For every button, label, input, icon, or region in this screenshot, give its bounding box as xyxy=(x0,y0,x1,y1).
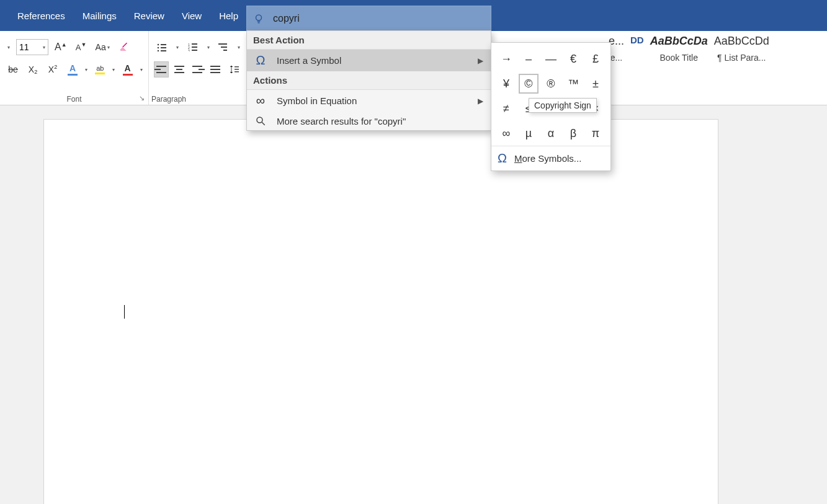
dd-header-actions: Actions xyxy=(247,71,491,90)
dd-label: Insert a Symbol xyxy=(277,55,341,66)
font-name-dropdown-arrow[interactable]: ▾ xyxy=(5,45,12,50)
text-effects-arrow[interactable]: ▾ xyxy=(84,67,88,73)
dd-header-best-action: Best Action xyxy=(247,31,491,50)
numbering-button[interactable]: 123 xyxy=(185,38,201,56)
symbol-tooltip: Copyright Sign xyxy=(529,98,597,113)
align-right-button[interactable] xyxy=(190,61,205,77)
change-case-button[interactable]: Aa ▾ xyxy=(93,38,112,56)
svg-rect-17 xyxy=(235,69,239,70)
style-sample: DD xyxy=(630,35,644,45)
more-symbols-item[interactable]: Ω More Symbols... xyxy=(491,146,610,170)
submenu-arrow-icon: ▶ xyxy=(478,97,483,105)
svg-point-1 xyxy=(158,44,159,46)
tab-references[interactable]: References xyxy=(9,0,74,31)
style-sample: AaBbCcDd xyxy=(714,35,769,48)
paragraph-group: ▾ 123 ▾ ▾ Paragraph xyxy=(149,31,248,105)
font-color-button[interactable]: A xyxy=(120,61,136,78)
svg-rect-18 xyxy=(235,71,239,73)
numbering-arrow[interactable]: ▾ xyxy=(205,45,212,50)
svg-rect-10 xyxy=(192,46,197,48)
symbol-alpha[interactable]: α xyxy=(541,123,561,143)
symbol-micro[interactable]: µ xyxy=(519,123,539,143)
svg-point-0 xyxy=(256,15,262,20)
font-size-value: 11 xyxy=(19,42,29,52)
symbol-trademark[interactable]: ™ xyxy=(563,74,583,94)
omega-icon: Ω xyxy=(253,53,268,68)
text-caret xyxy=(124,305,125,319)
omega-icon: Ω xyxy=(498,151,507,166)
tab-review[interactable]: Review xyxy=(125,0,173,31)
symbol-registered[interactable]: ® xyxy=(541,74,561,94)
tab-view[interactable]: View xyxy=(173,0,210,31)
svg-text:3: 3 xyxy=(188,49,190,51)
svg-rect-15 xyxy=(223,50,227,51)
bullets-button[interactable] xyxy=(154,38,170,56)
font-size-combo[interactable]: 11 ▾ xyxy=(16,39,48,55)
symbol-not-equal[interactable]: ≠ xyxy=(496,99,516,118)
style-name: Book Title xyxy=(650,53,708,63)
superscript-button[interactable]: X2 xyxy=(45,61,61,78)
tab-help[interactable]: Help xyxy=(210,0,247,31)
symbol-euro[interactable]: € xyxy=(563,49,583,69)
line-spacing-button[interactable] xyxy=(226,61,243,78)
tell-me-dropdown: Best Action Ω Insert a Symbol ▶ Actions … xyxy=(246,30,491,131)
svg-rect-14 xyxy=(221,46,227,48)
symbol-plus-minus[interactable]: ± xyxy=(586,74,606,94)
symbol-pound[interactable]: £ xyxy=(586,49,606,69)
highlight-arrow[interactable]: ▾ xyxy=(112,67,115,73)
style-item-listpara[interactable]: AaBbCcDd ¶ List Para... xyxy=(714,35,769,63)
tab-mailings[interactable]: Mailings xyxy=(74,0,125,31)
align-center-button[interactable] xyxy=(172,61,187,77)
document-canvas[interactable] xyxy=(0,105,827,504)
svg-line-20 xyxy=(262,122,265,125)
styles-gallery: e... e... DD AaBbCcDa Book Title AaBbCcD… xyxy=(604,31,827,105)
strikethrough-button[interactable]: be xyxy=(5,61,21,78)
align-left-button[interactable] xyxy=(154,61,169,77)
style-name: ¶ List Para... xyxy=(714,53,769,63)
symbol-yen[interactable]: ¥ xyxy=(496,74,516,94)
svg-rect-13 xyxy=(218,43,227,45)
chevron-down-icon: ▾ xyxy=(43,45,45,50)
font-group: ▾ 11 ▾ A▲ A▼ Aa ▾ be X2 X2 A ▾ ab ▾ A xyxy=(0,31,149,105)
dd-symbol-in-equation[interactable]: ∞ Symbol in Equation ▶ xyxy=(247,90,491,112)
svg-point-5 xyxy=(158,50,159,51)
paragraph-group-label: Paragraph xyxy=(149,95,248,104)
symbol-copyright[interactable]: © xyxy=(519,74,539,94)
dd-label: Symbol in Equation xyxy=(277,95,357,106)
more-symbols-label: More Symbols... xyxy=(514,153,581,164)
svg-rect-12 xyxy=(192,50,197,51)
bullets-arrow[interactable]: ▾ xyxy=(174,45,181,50)
symbol-arrow-right[interactable]: → xyxy=(496,49,516,69)
dd-more-search[interactable]: More search results for "copyri" xyxy=(247,112,491,130)
svg-rect-2 xyxy=(161,44,166,45)
symbol-beta[interactable]: β xyxy=(563,123,583,143)
infinity-icon: ∞ xyxy=(253,94,268,108)
style-sample: AaBbCcDa xyxy=(650,35,708,48)
multilevel-list-button[interactable] xyxy=(215,38,231,56)
dd-label: More search results for "copyri" xyxy=(277,116,406,126)
style-item-intense[interactable]: DD xyxy=(630,35,644,45)
font-color-arrow[interactable]: ▾ xyxy=(140,67,143,73)
justify-button[interactable] xyxy=(208,61,223,77)
tell-me-input[interactable] xyxy=(273,13,486,24)
subscript-button[interactable]: X2 xyxy=(25,61,41,78)
shrink-font-button[interactable]: A▼ xyxy=(73,38,89,56)
style-item-booktitle[interactable]: AaBbCcDa Book Title xyxy=(650,35,708,63)
grow-font-button[interactable]: A▲ xyxy=(52,38,69,56)
highlight-button[interactable]: ab xyxy=(92,61,108,78)
text-effects-button[interactable]: A xyxy=(65,61,81,78)
search-icon xyxy=(253,115,268,126)
tell-me-search[interactable] xyxy=(246,6,491,30)
symbol-pi[interactable]: π xyxy=(586,123,606,143)
symbol-en-dash[interactable]: – xyxy=(519,49,539,69)
dd-insert-symbol[interactable]: Ω Insert a Symbol ▶ xyxy=(247,50,491,71)
symbol-em-dash[interactable]: — xyxy=(541,49,561,69)
svg-rect-6 xyxy=(161,50,166,51)
font-group-launcher[interactable]: ↘ xyxy=(137,94,146,102)
multilevel-arrow[interactable]: ▾ xyxy=(235,45,243,50)
clear-formatting-button[interactable] xyxy=(116,38,132,56)
symbol-infinity[interactable]: ∞ xyxy=(496,123,516,143)
menu-tab-bar: References Mailings Review View Help xyxy=(0,0,827,31)
document-page[interactable] xyxy=(43,119,718,504)
font-group-label: Font xyxy=(0,95,148,104)
